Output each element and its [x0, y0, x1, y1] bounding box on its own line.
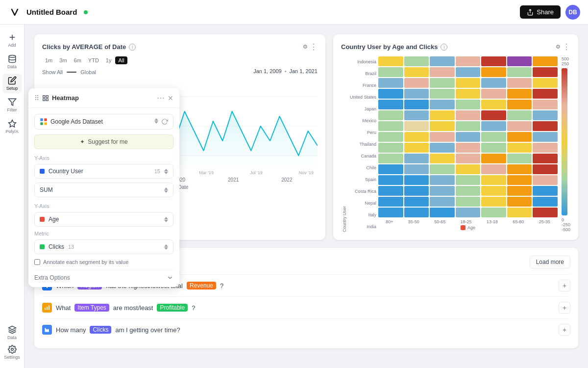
insight-2-expand[interactable]: + [559, 302, 570, 314]
sidebar-item-data[interactable]: Data [2, 52, 22, 72]
insight-3-tag1: Clicks [90, 326, 111, 334]
heatmap-x-axis-title: Age [467, 225, 475, 230]
heatmap-cell [481, 132, 506, 142]
heatmap-y-label: Costa Rica [350, 186, 376, 197]
heatmap-cell [456, 56, 481, 66]
topbar-right: Share DB [520, 5, 580, 20]
time-btn-6m[interactable]: 6m [71, 56, 84, 64]
refresh-icon[interactable] [161, 118, 168, 125]
heatmap-panel: ⠿ Heatmap ⋯ ✕ Google Ads Dataset ✦ Sugge… [28, 88, 179, 287]
heatmap-y-label: Chile [350, 162, 376, 173]
heatmap-chart-filter-icon[interactable]: ⚙ [556, 44, 561, 50]
heatmap-cell [430, 143, 455, 153]
agg-arrows[interactable] [164, 187, 168, 193]
load-more-button[interactable]: Load more [530, 256, 570, 268]
ads-chart-icon [42, 325, 52, 335]
svg-point-3 [9, 55, 16, 58]
dataset-arrows[interactable] [154, 118, 158, 125]
date-label-5: Nov '19 [299, 170, 314, 175]
database-icon [8, 54, 17, 63]
insight-3-expand[interactable]: + [559, 324, 570, 336]
sidebar-item-add[interactable]: Add [2, 30, 22, 50]
sidebar-item-label-poly: Poly/A [5, 129, 18, 134]
heatmap-cell [430, 100, 455, 109]
line-chart-menu-icon[interactable]: ⋮ [310, 42, 318, 52]
sidebar-item-label-data: Data [7, 64, 17, 69]
heatmap-cell [378, 175, 403, 185]
heatmap-cell [481, 175, 506, 185]
metric-arrows[interactable] [164, 244, 168, 250]
svg-rect-12 [45, 308, 46, 310]
heatmap-y-label: Nepal [350, 198, 376, 209]
agg-field-row[interactable]: SUM [34, 183, 173, 197]
share-button[interactable]: Share [520, 5, 561, 19]
heatmap-cells-wrapper: 80+35-5050-6518-2513-1865-8025-35 Age [378, 56, 558, 232]
bar-chart-icon [42, 303, 52, 313]
sidebar-item-poly[interactable]: Poly/A [2, 117, 22, 136]
time-btn-all[interactable]: All [115, 56, 127, 64]
suggest-button[interactable]: ✦ Suggest for me [34, 134, 173, 149]
date-separator: • [285, 68, 287, 74]
heatmap-cell [378, 56, 403, 66]
heatmap-chart-info-icon[interactable]: i [441, 44, 447, 51]
heatmap-cell [481, 197, 506, 207]
heatmap-cell [404, 197, 429, 207]
annotate-checkbox[interactable] [34, 259, 40, 265]
line-chart-info-icon[interactable]: i [129, 44, 136, 51]
heatmap-y-label: Brazil [350, 68, 376, 79]
y-axis-1-arrows[interactable] [164, 169, 168, 174]
heatmap-cell [430, 208, 455, 217]
time-btn-1m[interactable]: 1m [42, 56, 55, 64]
heatmap-cell [481, 164, 506, 174]
sidebar-item-label-data2: Data [7, 335, 17, 340]
drag-handle[interactable]: ⠿ [34, 94, 39, 102]
dataset-selector[interactable]: Google Ads Dataset [34, 114, 173, 130]
heatmap-x-label: 50-65 [434, 219, 445, 224]
y-axis-2-arrows[interactable] [164, 217, 168, 222]
layers-icon [8, 325, 17, 334]
suggest-label: Suggest for me [88, 138, 127, 145]
heatmap-panel-close[interactable]: ✕ [168, 94, 173, 102]
time-btn-3m[interactable]: 3m [56, 56, 70, 64]
svg-rect-16 [46, 99, 48, 101]
extra-options-row[interactable]: Extra Options [34, 270, 173, 281]
google-ads-icon [40, 118, 48, 126]
heatmap-cell [404, 208, 429, 217]
insight-2-tag2: Profitable [157, 304, 188, 312]
sidebar-item-data2[interactable]: Data [2, 323, 22, 342]
heatmap-y-label: India [350, 221, 376, 232]
heatmap-grid [378, 56, 558, 217]
heatmap-panel-menu[interactable]: ⋯ [157, 93, 165, 103]
logo-icon [8, 5, 22, 19]
heatmap-chart-title-group: Country User by Age and Clicks i [341, 43, 447, 51]
svg-point-6 [11, 348, 13, 351]
time-btn-ytd[interactable]: YTD [85, 56, 102, 64]
y-axis-1-num: 15 [154, 168, 160, 174]
heatmap-x-label: 18-25 [461, 219, 472, 224]
country-user-color [40, 169, 45, 174]
sidebar-item-setup[interactable]: Setup [2, 74, 22, 93]
heatmap-cell [481, 154, 506, 163]
heatmap-cell [456, 154, 481, 163]
heatmap-cell [533, 121, 558, 131]
insight-1-expand[interactable]: + [559, 280, 570, 291]
heatmap-cell [378, 100, 403, 109]
heatmap-panel-actions: ⋯ ✕ [157, 93, 173, 103]
line-chart-filter-icon[interactable]: ⚙ [303, 44, 308, 50]
plus-icon [8, 33, 17, 42]
time-btn-1y[interactable]: 1y [103, 56, 115, 64]
clicks-color [40, 244, 45, 249]
sidebar-item-filter[interactable]: Filter [2, 95, 22, 115]
svg-marker-5 [8, 326, 16, 330]
heatmap-cell [481, 67, 506, 77]
heatmap-cell [404, 67, 429, 77]
heatmap-cell [507, 56, 532, 66]
metric-field-name: Clicks [49, 243, 64, 250]
heatmap-x-label: 25-35 [539, 219, 550, 224]
heatmap-cell [430, 89, 455, 99]
heatmap-cell [481, 56, 506, 66]
heatmap-cell [430, 56, 455, 66]
heatmap-cell [507, 154, 532, 163]
sidebar-item-settings[interactable]: Settings [2, 342, 22, 362]
heatmap-chart-menu-icon[interactable]: ⋮ [563, 42, 570, 52]
